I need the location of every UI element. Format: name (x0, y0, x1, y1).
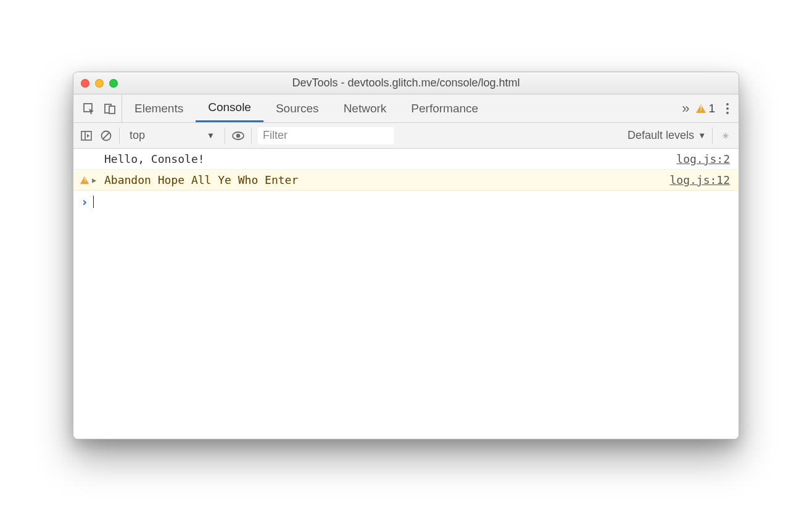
prompt-chevron-icon: › (81, 194, 88, 209)
main-tab-bar: Elements Console Sources Network Perform… (73, 94, 739, 123)
svg-point-9 (725, 135, 727, 136)
context-selector[interactable]: top ▼ (126, 129, 218, 142)
context-label: top (130, 129, 145, 142)
text-cursor (93, 196, 94, 208)
log-row-warning: ▶ Abandon Hope All Ye Who Enter log.js:1… (73, 170, 739, 191)
tab-bar-right: » 1 (674, 94, 739, 122)
log-message: Hello, Console! (104, 152, 676, 165)
svg-line-15 (727, 137, 727, 138)
svg-line-14 (724, 133, 724, 134)
more-tabs-icon[interactable]: » (682, 101, 687, 117)
divider (119, 128, 120, 144)
expand-arrow-icon[interactable]: ▶ (92, 176, 96, 185)
svg-rect-3 (81, 131, 91, 140)
warning-count: 1 (708, 102, 715, 115)
svg-line-6 (103, 133, 109, 139)
tab-label: Elements (135, 102, 183, 115)
svg-line-16 (724, 137, 724, 138)
log-message: Abandon Hope All Ye Who Enter (104, 173, 669, 186)
svg-line-17 (727, 133, 727, 134)
inspect-element-icon[interactable] (82, 102, 96, 115)
levels-label: Default levels (628, 129, 694, 142)
devtools-window: DevTools - devtools.glitch.me/console/lo… (73, 72, 739, 439)
chevron-down-icon: ▼ (207, 131, 215, 140)
tab-label: Sources (276, 102, 319, 115)
tab-console[interactable]: Console (196, 94, 263, 122)
console-prompt[interactable]: › (73, 191, 739, 213)
close-window-button[interactable] (81, 79, 89, 88)
tab-label: Performance (411, 102, 478, 115)
chevron-down-icon: ▼ (698, 131, 706, 140)
tab-sources[interactable]: Sources (263, 94, 331, 122)
divider (712, 128, 713, 144)
svg-rect-2 (109, 106, 115, 114)
warning-count-badge[interactable]: 1 (696, 102, 715, 115)
window-title: DevTools - devtools.glitch.me/console/lo… (81, 77, 731, 89)
console-output: Hello, Console! log.js:2 ▶ Abandon Hope … (73, 149, 739, 439)
minimize-window-button[interactable] (95, 79, 104, 88)
warning-icon (696, 104, 706, 113)
warning-icon (80, 176, 89, 184)
tab-elements[interactable]: Elements (122, 94, 196, 122)
filter-input[interactable] (258, 127, 394, 144)
divider (225, 128, 225, 144)
console-toolbar: top ▼ Default levels ▼ (73, 123, 739, 149)
tab-performance[interactable]: Performance (399, 94, 491, 122)
log-row: Hello, Console! log.js:2 (73, 149, 739, 170)
log-source-link[interactable]: log.js:2 (676, 152, 730, 165)
device-toolbar-icon[interactable] (103, 102, 117, 115)
divider (251, 128, 252, 144)
zoom-window-button[interactable] (109, 79, 118, 88)
console-settings-icon[interactable] (719, 129, 732, 143)
tab-label: Network (344, 102, 387, 115)
traffic-lights (81, 79, 118, 88)
log-levels-selector[interactable]: Default levels ▼ (628, 129, 706, 142)
inspect-tools-group (73, 94, 122, 122)
tab-network[interactable]: Network (331, 94, 399, 122)
toggle-sidebar-icon[interactable] (80, 129, 93, 143)
log-gutter: ▶ (80, 176, 104, 185)
log-source-link[interactable]: log.js:12 (669, 173, 730, 186)
settings-menu-icon[interactable] (724, 101, 731, 117)
live-expression-icon[interactable] (231, 129, 245, 143)
svg-point-8 (236, 133, 240, 137)
clear-console-icon[interactable] (99, 129, 113, 143)
tab-label: Console (208, 101, 251, 114)
titlebar: DevTools - devtools.glitch.me/console/lo… (73, 72, 739, 94)
